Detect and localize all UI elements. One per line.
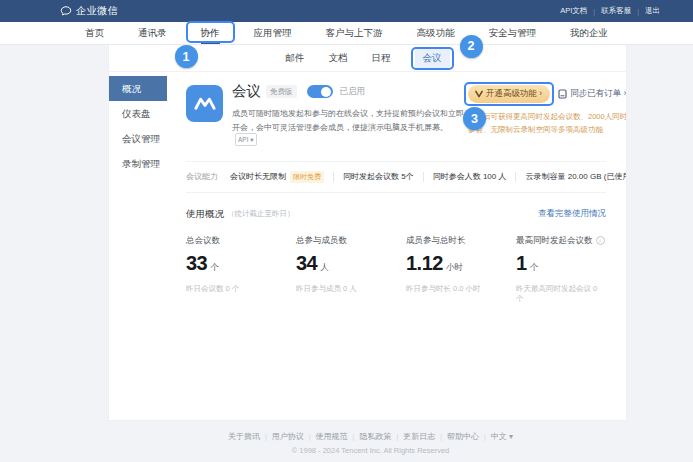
footer-link-help[interactable]: 帮助中心 [447,431,479,442]
capability-label: 会议能力 [186,171,218,182]
nav-item-contacts[interactable]: 通讯录 [138,22,167,44]
tab-mail[interactable]: 邮件 [286,52,305,65]
brand-logo: 企业微信 [60,4,118,18]
sync-orders-button[interactable]: 同步已有订单 › [558,88,626,100]
api-docs-link[interactable]: API文档 [560,6,587,16]
upgrade-premium-button[interactable]: 开通高级功能 › 3 [468,85,550,103]
nav-item-collaboration[interactable]: 协作 1 [201,22,220,44]
sidebar: 概况 仪表盘 会议管理 录制管理 [109,72,167,420]
view-full-usage-link[interactable]: 查看完整使用情况 [538,208,606,220]
tab-schedule[interactable]: 日程 [372,52,391,65]
usage-title: 使用概况 [186,208,224,221]
main-content: 会议 免费版 已启用 成员可随时随地发起和参与的在线会议，支持提前预约会议和立即… [167,72,626,420]
annotation-step-2: 2 [460,35,483,58]
stat-total-duration: 成员参与总时长 1.12 小时 昨日参与时长 0.0 小时 [406,235,516,304]
cloud-storage: 云录制容量 20.00 GB (已使用2.26 MB) [525,171,626,182]
upgrade-note: 开通后可获得更高同时发起会议数、2000人同时参会、无限制云录制空间等多项高级功… [468,111,626,137]
annotation-step-1: 1 [175,45,198,68]
api-badge[interactable]: API ▾ [235,133,257,146]
stat-total-members: 总参与成员数 34 人 昨日参与成员 0 人 [296,235,406,304]
tab-meeting[interactable]: 会议 2 [415,49,450,68]
stat-total-meetings: 总会议数 33 个 昨日会议数 0 个 [186,235,296,304]
chat-bubble-icon [60,5,72,17]
footer: 关于腾讯 用户协议 使用规范 隐私政策 更新日志 帮助中心 中文 ▾ © 199… [48,431,693,455]
concurrent-meetings: 同时发起会议数 5个 [343,171,414,182]
toggle-knob [321,87,331,97]
brand-name: 企业微信 [76,4,118,18]
enable-toggle[interactable] [307,85,333,98]
sidebar-item-recording-management[interactable]: 录制管理 [109,151,167,176]
max-participants: 同时参会人数 100 人 [433,171,507,182]
footer-link-agreement[interactable]: 用户协议 [272,431,304,442]
page-title: 会议 [232,82,261,101]
free-plan-badge: 免费版 [266,85,297,98]
content-panel: 邮件 文档 日程 会议 2 概况 仪表盘 会议管理 录制管理 [108,45,627,421]
stat-max-concurrent: 最高同时发起会议数 1 个 昨天最高同时发起会议 0 个 [516,235,606,304]
limited-free-badge: 限时免费 [290,171,324,183]
nav-item-security[interactable]: 安全与管理 [489,22,537,44]
usage-subtitle: （统计截止至昨日） [227,209,295,219]
footer-link-changelog[interactable]: 更新日志 [403,431,435,442]
capability-bar: 会议能力 会议时长无限制 限时免费 同时发起会议数 5个 同时参会人数 100 … [186,161,606,193]
nav-item-premium-features[interactable]: 高级功能 [417,22,455,44]
topbar-links: API文档 | 联系客服 | 退出 [560,6,660,16]
status-label: 已启用 [340,86,366,98]
footer-link-about[interactable]: 关于腾讯 [228,431,260,442]
logout-link[interactable]: 退出 [645,6,660,16]
document-icon [558,89,567,99]
meeting-app-icon [186,85,223,122]
active-nav-underline [201,42,220,44]
usage-stats: 总会议数 33 个 昨日会议数 0 个 总参与成员数 34 人 昨日参与成员 0… [186,235,606,304]
sidebar-item-meeting-management[interactable]: 会议管理 [109,126,167,151]
meeting-duration: 会议时长无限制 [230,171,286,182]
vip-icon [475,90,483,98]
nav-item-customers[interactable]: 客户与上下游 [326,22,383,44]
info-icon[interactable] [596,236,605,245]
topbar: 企业微信 API文档 | 联系客服 | 退出 [0,0,693,22]
footer-link-rules[interactable]: 使用规范 [316,431,348,442]
footer-link-privacy[interactable]: 隐私政策 [359,431,391,442]
sidebar-item-overview[interactable]: 概况 [109,76,167,101]
nav-item-app-management[interactable]: 应用管理 [254,22,292,44]
copyright: © 1998 - 2024 Tencent Inc. All Rights Re… [48,446,693,455]
main-nav: 首页 通讯录 协作 1 应用管理 客户与上下游 高级功能 安全与管理 我的企业 [0,22,693,45]
contact-support-link[interactable]: 联系客服 [601,6,631,16]
tab-docs[interactable]: 文档 [329,52,348,65]
nav-item-my-company[interactable]: 我的企业 [570,22,608,44]
app-description: 成员可随时随地发起和参与的在线会议，支持提前预约会议和立即开会，会中可灵活管理参… [232,107,468,148]
nav-item-home[interactable]: 首页 [85,22,104,44]
footer-language-selector[interactable]: 中文 ▾ [491,431,513,442]
annotation-step-3: 3 [463,107,486,130]
sidebar-item-dashboard[interactable]: 仪表盘 [109,101,167,126]
